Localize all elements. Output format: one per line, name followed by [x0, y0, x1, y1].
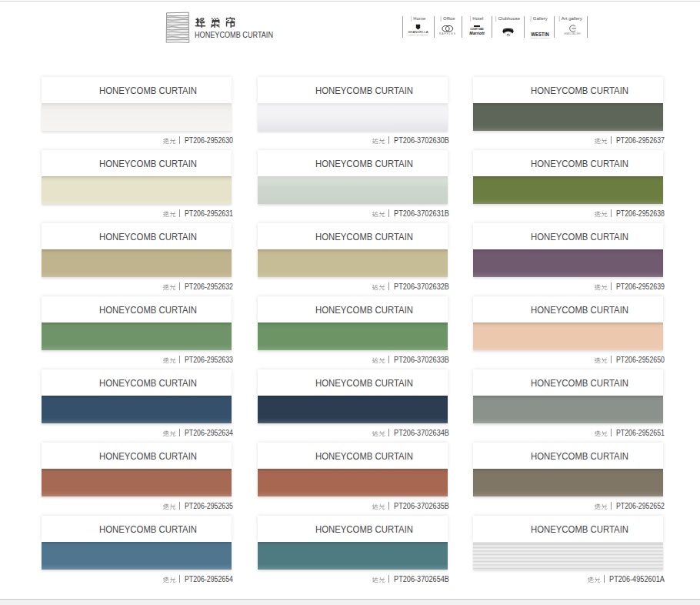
svg-text:HONEYCOMB CURTAIN: HONEYCOMB CURTAIN [531, 377, 628, 389]
svg-text:HONEYCOMB CURTAIN: HONEYCOMB CURTAIN [531, 450, 628, 462]
svg-text:PT206-2952634: PT206-2952634 [185, 429, 233, 437]
svg-text:HONEYCOMB CURTAIN: HONEYCOMB CURTAIN [99, 450, 197, 462]
svg-text:HONEYCOMB CURTAIN: HONEYCOMB CURTAIN [315, 523, 413, 535]
svg-text:PT206-2952631: PT206-2952631 [185, 209, 233, 218]
svg-text:PT206-3702654B: PT206-3702654B [394, 575, 449, 583]
svg-text:HONEYCOMB CURTAIN: HONEYCOMB CURTAIN [315, 304, 413, 316]
svg-text:PT206-3702631B: PT206-3702631B [394, 209, 449, 218]
svg-text:PT206-3702635B: PT206-3702635B [394, 502, 449, 510]
svg-text:PT206-2952652: PT206-2952652 [616, 502, 665, 510]
svg-text:PT206-2952651: PT206-2952651 [616, 429, 665, 437]
svg-text:HONEYCOMB CURTAIN: HONEYCOMB CURTAIN [99, 377, 197, 389]
svg-text:HONEYCOMB CURTAIN: HONEYCOMB CURTAIN [99, 304, 197, 316]
svg-text:HONEYCOMB CURTAIN: HONEYCOMB CURTAIN [195, 30, 273, 39]
svg-text:HONEYCOMB CURTAIN: HONEYCOMB CURTAIN [531, 523, 628, 535]
svg-text:HONEYCOMB CURTAIN: HONEYCOMB CURTAIN [531, 231, 628, 242]
svg-text:HONEYCOMB CURTAIN: HONEYCOMB CURTAIN [99, 523, 197, 535]
svg-text:HONEYCOMB CURTAIN: HONEYCOMB CURTAIN [99, 85, 197, 96]
svg-text:HONEYCOMB CURTAIN: HONEYCOMB CURTAIN [531, 304, 628, 316]
svg-text:HONEYCOMB CURTAIN: HONEYCOMB CURTAIN [99, 158, 197, 169]
svg-text:PT206-2952654: PT206-2952654 [185, 575, 233, 583]
svg-text:RAFFLES: RAFFLES [439, 32, 456, 35]
svg-text:GRAND GALLERY: GRAND GALLERY [564, 32, 581, 35]
svg-text:HOTELS AND RESORTS: HOTELS AND RESORTS [408, 34, 428, 35]
svg-text:PT206-4952601A: PT206-4952601A [609, 575, 665, 583]
svg-text:PT206-2952650: PT206-2952650 [616, 356, 665, 364]
svg-text:PT206-2952639: PT206-2952639 [616, 282, 665, 291]
svg-text:Marriott: Marriott [469, 31, 485, 35]
svg-text:HONEYCOMB CURTAIN: HONEYCOMB CURTAIN [531, 85, 628, 96]
svg-text:PT206-3702634B: PT206-3702634B [394, 429, 449, 437]
svg-text:PT206-3702633B: PT206-3702633B [394, 356, 449, 364]
svg-text:HONEYCOMB CURTAIN: HONEYCOMB CURTAIN [315, 231, 413, 242]
svg-text:PT206-2952633: PT206-2952633 [185, 356, 233, 364]
svg-text:PT206-2952635: PT206-2952635 [185, 502, 233, 510]
svg-text:HONEYCOMB CURTAIN: HONEYCOMB CURTAIN [531, 158, 628, 169]
svg-text:PT206-2952638: PT206-2952638 [616, 209, 665, 218]
svg-text:HONEYCOMB CURTAIN: HONEYCOMB CURTAIN [99, 231, 197, 242]
svg-text:PT206-2952637: PT206-2952637 [616, 136, 665, 145]
svg-text:HONEYCOMB CURTAIN: HONEYCOMB CURTAIN [315, 158, 413, 169]
svg-text:PT206-2952632: PT206-2952632 [185, 282, 233, 291]
svg-text:HOTELS & RESORTS: HOTELS & RESORTS [530, 37, 550, 38]
svg-text:HONEYCOMB CURTAIN: HONEYCOMB CURTAIN [315, 450, 413, 462]
svg-text:PT206-3702632B: PT206-3702632B [394, 282, 449, 291]
svg-text:PT206-2952630: PT206-2952630 [185, 136, 233, 145]
svg-text:PT206-3702630B: PT206-3702630B [394, 136, 449, 145]
svg-text:HONEYCOMB CURTAIN: HONEYCOMB CURTAIN [315, 85, 413, 96]
svg-text:HONEYCOMB CURTAIN: HONEYCOMB CURTAIN [315, 377, 413, 389]
